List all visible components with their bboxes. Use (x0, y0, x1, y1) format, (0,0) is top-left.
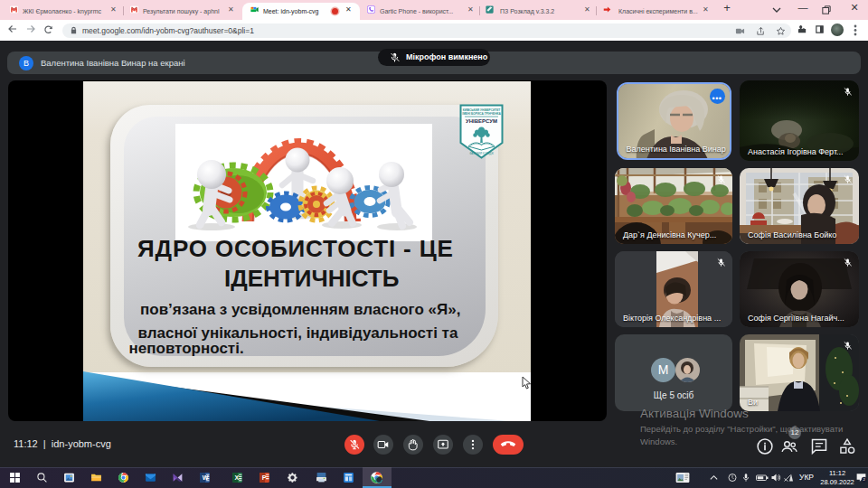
svg-text:ІМЕНІ БОРИСА ГРІНЧЕНКА: ІМЕНІ БОРИСА ГРІНЧЕНКА (462, 112, 501, 116)
svg-text:ФАХОВИЙ КОЛЕДЖ: ФАХОВИЙ КОЛЕДЖ (469, 152, 494, 155)
svg-text:УНІВЕРСУМ: УНІВЕРСУМ (466, 118, 497, 124)
